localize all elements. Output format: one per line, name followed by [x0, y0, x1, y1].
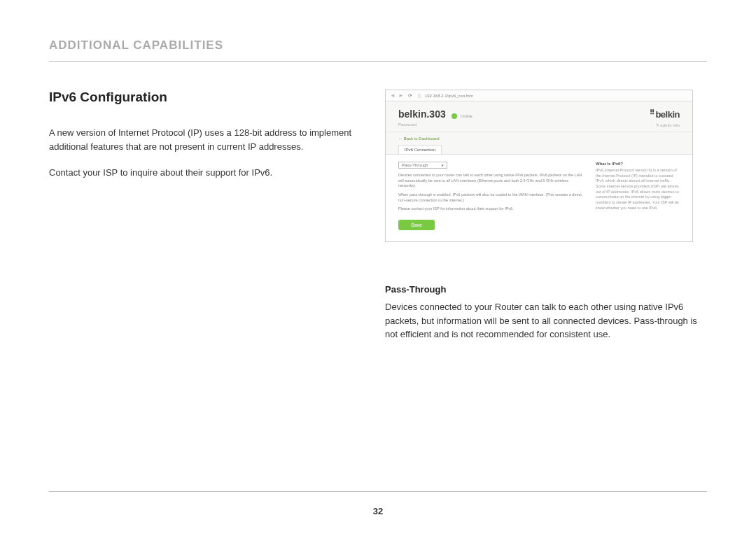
chevron-down-icon: ▾ [442, 163, 444, 167]
screenshot-p2: When pass-through is enabled, IPv6 packe… [398, 192, 586, 203]
save-button[interactable]: Save [398, 220, 435, 230]
router-screenshot: ◄ ► ⟳ ▯ 192.168.2.1/ipv6_con.htm belkin.… [385, 90, 693, 242]
pass-through-heading: Pass-Through [385, 284, 707, 295]
status-dot-icon [451, 113, 457, 119]
left-column: IPv6 Configuration A new version of Inte… [49, 90, 357, 354]
footer-rule [49, 491, 707, 492]
intro-paragraph-2: Contact your ISP to inquire about their … [49, 166, 357, 180]
page-icon: ▯ [418, 93, 421, 99]
status-text: Online [461, 114, 472, 118]
back-icon: ◄ [390, 92, 396, 99]
password-label: Password [398, 122, 416, 127]
right-column: ◄ ► ⟳ ▯ 192.168.2.1/ipv6_con.htm belkin.… [385, 90, 707, 354]
screenshot-aside: What Is IPv6? IPv6 (Internet Protocol ve… [596, 162, 680, 230]
belkin-logo: ⠿belkin [650, 109, 680, 120]
screenshot-p3: Please contact your ISP for information … [398, 206, 586, 212]
screenshot-p1: Devices connected to your router can tal… [398, 173, 586, 189]
back-to-dashboard-link[interactable]: ← Back to Dashboard [386, 132, 692, 145]
reload-icon: ⟳ [408, 93, 412, 99]
tab-ipv6-connection[interactable]: IPv6 Connection [398, 145, 442, 154]
page-number: 32 [0, 506, 756, 516]
aside-paragraph: IPv6 (Internet Protocol version 6) is a … [596, 168, 680, 211]
select-value: Pass-Through [402, 163, 428, 167]
url-text: 192.168.2.1/ipv6_con.htm [425, 94, 473, 98]
aside-heading: What Is IPv6? [596, 162, 680, 166]
top-rule [49, 61, 707, 62]
router-name: belkin.303 [398, 108, 446, 120]
brand-text: belkin [655, 109, 680, 120]
ipv6-mode-select[interactable]: Pass-Through ▾ [398, 162, 447, 169]
forward-icon: ► [398, 92, 404, 99]
section-title: ADDITIONAL CAPABILITIES [49, 38, 707, 52]
pass-through-paragraph: Devices connected to your Router can tal… [385, 300, 707, 341]
belkin-dots-icon: ⠿ [650, 109, 654, 116]
router-title-group: belkin.303 Online [398, 108, 472, 120]
intro-paragraph-1: A new version of Internet Protocol (IP) … [49, 126, 357, 153]
admin-info: ✎ admin info [656, 122, 680, 127]
screenshot-main: Pass-Through ▾ Devices connected to your… [398, 162, 586, 230]
browser-urlbar: ◄ ► ⟳ ▯ 192.168.2.1/ipv6_con.htm [386, 90, 692, 101]
page-heading: IPv6 Configuration [49, 90, 357, 105]
